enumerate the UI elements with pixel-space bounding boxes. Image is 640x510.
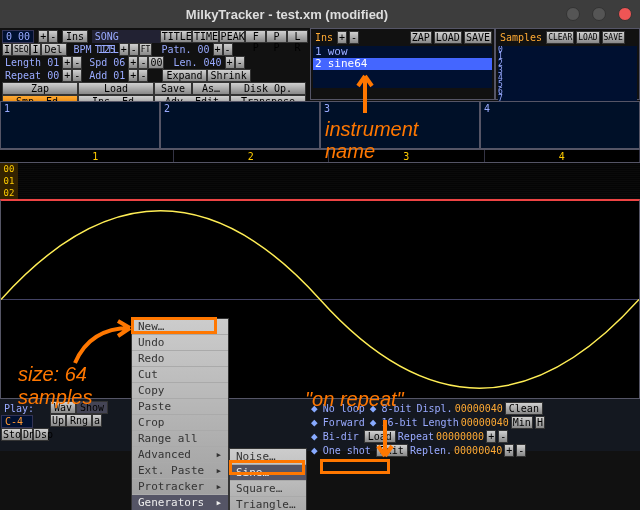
len2-plus[interactable]: + <box>225 56 235 69</box>
rep2-plus[interactable]: + <box>486 430 496 443</box>
load-button[interactable]: Load <box>78 82 154 95</box>
forward-option[interactable]: Forward <box>320 416 368 429</box>
submenu-item[interactable]: Noise… <box>230 449 306 465</box>
fp-btn[interactable]: F P <box>245 30 266 43</box>
plus-button[interactable]: + <box>38 30 48 43</box>
peak-btn[interactable]: PEAK <box>219 30 246 43</box>
spd-plus[interactable]: + <box>128 56 138 69</box>
menu-item[interactable]: Protracker▸ <box>132 479 228 495</box>
lr-btn[interactable]: L R <box>287 30 308 43</box>
ins-plus[interactable]: + <box>337 31 347 44</box>
minimize-button[interactable] <box>566 7 580 21</box>
smp-load[interactable]: LOAD <box>576 31 599 44</box>
scope[interactable]: 2 <box>160 101 320 149</box>
noloop-option[interactable]: No loop <box>320 402 368 415</box>
rng-button[interactable]: Rng <box>66 414 92 427</box>
patn-minus[interactable]: - <box>223 43 233 56</box>
seq-button[interactable]: SEQ <box>12 43 30 56</box>
up-button[interactable]: I <box>2 43 12 56</box>
ins-load[interactable]: LOAD <box>434 31 462 44</box>
dsp-button[interactable]: Dsp <box>33 428 49 441</box>
pattern-editor[interactable]: 00 01 02 <box>0 163 640 199</box>
bpm-minus[interactable]: - <box>129 43 139 56</box>
time-btn[interactable]: TIME <box>192 30 219 43</box>
scope[interactable]: 1 <box>0 101 160 149</box>
bpm-plus[interactable]: + <box>119 43 129 56</box>
smp-save[interactable]: SAVE <box>602 31 625 44</box>
ins-zap[interactable]: ZAP <box>410 31 432 44</box>
sample-editor[interactable] <box>0 199 640 399</box>
close-button[interactable] <box>618 7 632 21</box>
submenu-item[interactable]: Square… <box>230 481 306 497</box>
smp-clear[interactable]: CLEAR <box>546 31 574 44</box>
dn-button[interactable]: Dn <box>21 428 33 441</box>
rep-minus[interactable]: - <box>72 69 82 82</box>
displ-label: Displ. <box>417 403 453 414</box>
scope[interactable]: 3 <box>320 101 480 149</box>
instruments-panel: Ins + - ZAP LOAD SAVE 1 wow 2 sine64 <box>310 28 495 100</box>
dn-button[interactable]: I <box>30 43 40 56</box>
menu-item[interactable]: Ext. Paste▸ <box>132 463 228 479</box>
zap-button[interactable]: Zap <box>2 82 78 95</box>
menu-item[interactable]: Crop <box>132 415 228 431</box>
pp-btn[interactable]: P P <box>266 30 287 43</box>
a-button[interactable]: a <box>92 414 102 427</box>
spd-minus[interactable]: - <box>138 56 148 69</box>
8bit-option[interactable]: 8-bit <box>378 402 414 415</box>
menu-item[interactable]: New… <box>132 319 228 335</box>
ins-save[interactable]: SAVE <box>464 31 492 44</box>
save-button[interactable]: Save <box>154 82 192 95</box>
menu-item[interactable]: Cut <box>132 367 228 383</box>
replen-minus[interactable]: - <box>516 444 526 457</box>
menu-item[interactable]: Copy <box>132 383 228 399</box>
len2-minus[interactable]: - <box>235 56 245 69</box>
patn-plus[interactable]: + <box>213 43 223 56</box>
ins-button[interactable]: Ins <box>62 30 88 43</box>
maximize-button[interactable] <box>592 7 606 21</box>
rep2-minus[interactable]: - <box>498 430 508 443</box>
len-minus[interactable]: - <box>72 56 82 69</box>
bidir-option[interactable]: Bi-dir <box>320 430 362 443</box>
min-button[interactable]: Min <box>511 416 533 429</box>
submenu-item[interactable]: Triangle… <box>230 497 306 510</box>
ins-minus[interactable]: - <box>349 31 359 44</box>
shrink-button[interactable]: Shrink <box>207 69 251 82</box>
add-minus[interactable]: - <box>138 69 148 82</box>
context-menu[interactable]: New…UndoRedoCutCopyPasteCropRange allAdv… <box>131 318 229 510</box>
exit-button[interactable]: Exit <box>376 444 408 457</box>
scope[interactable]: 4 <box>480 101 640 149</box>
menu-item[interactable]: Advanced▸ <box>132 447 228 463</box>
oneshot-option[interactable]: One shot <box>320 444 374 457</box>
menu-item[interactable]: Range all <box>132 431 228 447</box>
menu-item[interactable]: Undo <box>132 335 228 351</box>
menu-item[interactable]: Redo <box>132 351 228 367</box>
wav-button[interactable]: Wav <box>50 401 76 414</box>
del-button[interactable]: Del <box>41 43 67 56</box>
expand-button[interactable]: Expand <box>162 69 206 82</box>
submenu-item[interactable]: Sine… <box>230 465 306 481</box>
len-plus[interactable]: + <box>62 56 72 69</box>
add-plus[interactable]: + <box>128 69 138 82</box>
menu-item[interactable]: Generators▸ <box>132 495 228 510</box>
stop2-button[interactable]: Stop <box>1 428 21 441</box>
rep-plus[interactable]: + <box>62 69 72 82</box>
oct-btn[interactable]: 00 <box>148 56 164 69</box>
minus-button[interactable]: - <box>48 30 58 43</box>
replen-label: Replen. <box>410 445 452 456</box>
load2-button[interactable]: Load <box>364 430 396 443</box>
diskop-button[interactable]: Disk Op. <box>230 82 306 95</box>
instrument-list[interactable]: 1 wow 2 sine64 <box>313 46 492 88</box>
replen-plus[interactable]: + <box>504 444 514 457</box>
clean-button[interactable]: Clean <box>505 402 543 415</box>
show-button[interactable]: Show <box>76 401 108 414</box>
menu-item[interactable]: Paste <box>132 399 228 415</box>
h-button[interactable]: H <box>535 416 545 429</box>
bpm-value: 125 <box>95 43 119 56</box>
up2-button[interactable]: Up <box>50 414 66 427</box>
title-btn[interactable]: TITLE <box>160 30 192 43</box>
context-submenu[interactable]: Noise…Sine…Square…Triangle…Sawtooth…Sile… <box>229 448 307 510</box>
list-item[interactable]: 2 sine64 <box>313 58 492 70</box>
16bit-option[interactable]: 16-bit <box>378 416 420 429</box>
ft-button[interactable]: FT <box>139 43 153 56</box>
saveas-button[interactable]: As… <box>192 82 230 95</box>
